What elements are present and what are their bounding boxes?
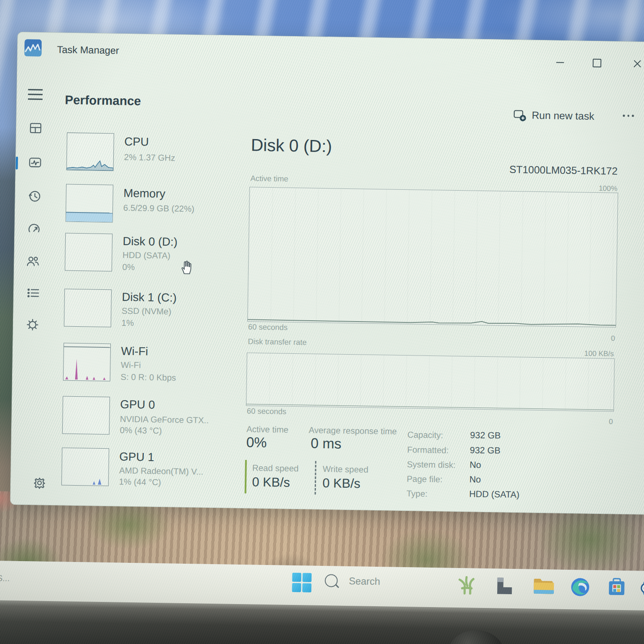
details-icon (26, 286, 41, 301)
taskbar-left-text: S... (0, 573, 10, 583)
read-speed-label: Read speed (252, 463, 298, 474)
metric-wifi-sub2: S: 0 R: 0 Kbps (121, 372, 176, 383)
metric-gpu1-title[interactable]: GPU 1 (119, 450, 155, 464)
close-button[interactable] (625, 55, 644, 73)
metric-cpu-title[interactable]: CPU (124, 135, 149, 149)
monitor-scene: Task Manager Performan (0, 0, 644, 644)
cpu-thumbnail[interactable] (66, 133, 114, 171)
startup-apps-icon (27, 222, 42, 237)
gpu0-thumbnail[interactable] (62, 396, 110, 435)
performance-icon (27, 155, 43, 170)
transfer-rate-chart (246, 352, 615, 411)
maximize-button[interactable] (585, 54, 609, 73)
active-time-chart-label: Active time (250, 174, 288, 183)
outlook-icon[interactable] (639, 579, 644, 598)
system-disk-label: System disk: (407, 459, 456, 470)
run-new-task-icon (513, 108, 526, 122)
active-time-stat-value: 0% (246, 434, 267, 451)
metric-disk0-sub2: 0% (122, 262, 135, 272)
wifi-thumbnail[interactable] (63, 343, 111, 382)
task-manager-window: Task Manager Performan (10, 32, 644, 515)
metric-gpu0-title[interactable]: GPU 0 (120, 398, 155, 412)
sidebar-item-settings[interactable] (32, 475, 47, 490)
system-disk-value: No (470, 459, 481, 470)
read-speed-legend-bar (245, 460, 247, 493)
minimize-button[interactable] (548, 53, 572, 72)
metric-disk1-title[interactable]: Disk 1 (C:) (122, 291, 177, 305)
file-explorer-icon[interactable] (532, 577, 554, 597)
start-button[interactable] (292, 573, 312, 593)
settings-gear-icon (32, 475, 47, 490)
sidebar-item-app-history[interactable] (27, 188, 42, 204)
disk-model: ST1000LM035-1RK172 (402, 162, 617, 177)
taskbar-search[interactable]: Search (325, 574, 380, 588)
hamburger-menu-icon[interactable] (28, 89, 43, 100)
formatted-value: 932 GB (470, 445, 501, 456)
avg-response-label: Average response time (309, 425, 397, 437)
selected-nav-accent (15, 157, 18, 170)
sidebar-item-details[interactable] (26, 286, 41, 301)
users-icon (25, 254, 40, 269)
more-options-button[interactable] (623, 115, 634, 117)
formatted-label: Formatted: (407, 445, 449, 456)
memory-thumbnail[interactable] (66, 184, 113, 223)
metric-wifi-title[interactable]: Wi-Fi (121, 345, 148, 358)
dark-l-app-icon[interactable] (495, 576, 515, 596)
cursor-hand-icon (178, 257, 195, 276)
write-speed-legend-bar (315, 461, 316, 495)
metric-memory-sub: 6.5/29.9 GB (22%) (123, 203, 194, 214)
edge-browser-icon[interactable] (570, 577, 590, 597)
page-title: Performance (65, 93, 141, 109)
detail-title: Disk 0 (D:) (251, 135, 332, 156)
metric-gpu0-sub: NVIDIA GeForce GTX.. (120, 414, 209, 425)
sidebar-item-startup-apps[interactable] (27, 222, 42, 237)
sidebar-item-processes[interactable] (28, 121, 43, 136)
page-file-value: No (469, 474, 481, 484)
metric-gpu1-sub2: 1% (44 °C) (119, 477, 161, 488)
app-history-icon (27, 188, 42, 204)
maximize-icon (592, 59, 601, 67)
active-time-xlabel: 60 seconds (248, 322, 288, 332)
active-time-stat-label: Active time (246, 424, 289, 435)
avg-response-value: 0 ms (310, 435, 341, 452)
task-manager-app-icon (24, 39, 42, 57)
disk1-thumbnail[interactable] (64, 289, 112, 328)
active-time-ymin: 0 (529, 333, 615, 343)
transfer-xlabel: 60 seconds (247, 407, 286, 416)
sidebar-item-performance[interactable] (27, 155, 43, 170)
sidebar-item-services[interactable] (25, 317, 40, 332)
type-value: HDD (SATA) (469, 489, 519, 500)
microsoft-store-icon[interactable] (606, 577, 627, 598)
transfer-ymin: 0 (527, 416, 613, 426)
write-speed-label: Write speed (322, 464, 368, 475)
metric-gpu1-sub: AMD Radeon(TM) V... (119, 466, 203, 477)
transfer-chart-label: Disk transfer rate (248, 337, 307, 347)
metric-cpu-sub: 2% 1.37 GHz (124, 152, 175, 163)
page-file-label: Page file: (407, 474, 443, 484)
metric-disk1-sub: SSD (NVMe) (122, 306, 171, 317)
disk0-thumbnail[interactable] (65, 233, 112, 272)
type-label: Type: (407, 489, 428, 499)
minimize-icon (556, 62, 564, 63)
capacity-value: 932 GB (470, 430, 501, 440)
sidebar-item-users[interactable] (25, 254, 40, 269)
active-time-chart (247, 187, 618, 327)
monitor-stand-logo (447, 630, 505, 644)
metric-disk1-sub2: 1% (122, 318, 134, 328)
capacity-label: Capacity: (407, 430, 444, 440)
search-label: Search (349, 575, 380, 587)
close-icon (633, 59, 641, 68)
processes-icon (28, 121, 43, 136)
search-icon (325, 574, 337, 587)
run-new-task-button[interactable]: Run new task (513, 105, 620, 127)
gpu1-thumbnail[interactable] (61, 448, 109, 486)
services-icon (25, 317, 40, 332)
window-title: Task Manager (57, 44, 119, 56)
metric-wifi-sub: Wi-Fi (121, 360, 141, 371)
metric-memory-title[interactable]: Memory (123, 187, 165, 201)
photo-frame: Task Manager Performan (0, 0, 644, 644)
green-plant-app-icon[interactable] (456, 574, 479, 596)
read-speed-value: 0 KB/s (252, 474, 290, 489)
write-speed-value: 0 KB/s (322, 476, 361, 491)
metric-disk0-title[interactable]: Disk 0 (D:) (123, 235, 178, 249)
